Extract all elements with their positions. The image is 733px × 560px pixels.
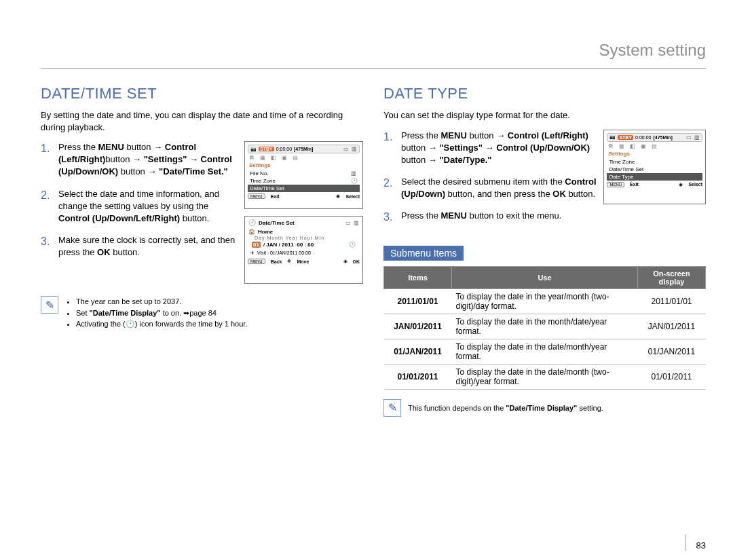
shot1-time: 0:00:00 [276,147,292,151]
table-row: 2011/01/01 To display the date in the ye… [384,288,706,314]
shot2-labels: Day Month Year Hour Min [255,236,353,240]
table-row: JAN/01/2011 To display the date in the m… [384,314,706,339]
left-intro: By setting the date and time, you can di… [41,109,363,133]
card-icon: ▭ [686,134,692,141]
right-step-2: Select the desired submenu item with the… [401,176,597,200]
right-step-3: Press the MENU button to exit the menu. [401,210,597,222]
left-steps: Press the MENU button → Control (Left/Ri… [41,141,238,269]
menu-tag: MENU [607,182,624,187]
page-rule [685,534,685,550]
menu-tag: MENU [248,259,265,264]
note-2: Set "Date/Time Display" to on. ➥page 84 [76,307,247,319]
stby-badge: STBY [618,135,633,140]
dst-icon: 🕐 [349,242,356,248]
right-step-1: Press the MENU button → Control (Left/Ri… [401,130,591,167]
move-label: Move [297,259,309,264]
select-label: Select [688,182,702,187]
exit-label: Exit [630,182,639,187]
stby-badge: STBY [259,147,274,151]
battery-icon: ▥ [694,134,700,141]
clock-small-icon: 🕐 [126,320,135,328]
select-label: Select [345,194,360,199]
ok-label: OK [353,259,360,264]
clock-icon: 🕓 [248,219,256,226]
heading-date-type: DATE TYPE [383,85,706,102]
shotR-time: 0:00:00 [635,135,651,140]
right-steps: Press the MENU button → Control (Left/Ri… [383,130,597,232]
left-notes: The year can be set up to 2037. Set "Dat… [65,296,247,330]
shotR-min: [475Min] [653,135,672,140]
left-step-2: Select the date and time information, an… [58,188,238,225]
screenshot-settings-menu: 📷 STBY 0:00:00 [475Min] ▭▥ 🛠▦◧▣▤ Setting… [244,141,363,209]
exit-label: Exit [271,194,280,199]
move-icon: ✥ [287,259,291,264]
shotR-header: Settings [608,151,701,157]
home-icon: 🏠 [248,229,255,235]
note-icon: ✎ [41,296,58,314]
left-column: DATE/TIME SET By setting the date and ti… [41,85,363,417]
battery-icon: ▥ [354,220,359,226]
menu-item-timezone: Time Zone🕐 [248,177,360,185]
screenshot-datetype-menu: 📷 STBY 0:00:00 [475Min] ▭▥ 🛠▦◧▣▤ Setting… [603,130,706,204]
page-number: 83 [696,540,706,550]
shot1-header: Settings [249,162,358,168]
right-column: DATE TYPE You can set the display type f… [383,85,706,417]
note-1: The year can be set up to 2037. [76,296,247,307]
table-row: 01/01/2011 To display the date in the da… [384,364,706,389]
th-items: Items [384,266,452,288]
right-intro: You can set the display type format for … [383,109,706,122]
shot2-visit: Visit : 01/JAN/2011 00:00 [257,250,311,256]
card-icon: ▭ [343,146,349,152]
submenu-table: Items Use On-screen display 2011/01/01 T… [383,266,706,390]
dot-icon: ◉ [336,193,340,199]
menu-item-datetype: Date Type [607,173,702,181]
camera-icon: 📷 [609,134,616,140]
menu-item-datetimeset: Date/Time Set [607,166,702,173]
page-title: System setting [599,41,706,60]
header-divider [41,68,706,69]
note-icon: ✎ [383,399,401,417]
note-3: Activating the (🕐) icon forwards the tim… [76,318,247,330]
menu-item-timezone: Time Zone [607,158,702,166]
camera-icon: 📷 [250,147,257,152]
plane-icon: ✈ [250,250,255,256]
th-use: Use [452,266,638,288]
left-step-3: Make sure the clock is correctly set, an… [58,234,238,259]
menu-item-datetimeset: Date/Time Set [248,185,360,192]
card-icon: ▭ [345,220,351,226]
tool-icon: 🛠 [249,155,255,161]
back-label: Back [271,259,282,264]
left-step-1: Press the MENU button → Control (Left/Ri… [58,141,238,179]
shot1-min: [475Min] [294,147,313,151]
screenshot-datetime-set: 🕓 Date/Time Set ▭▥ 🏠Home Day Month Year … [244,216,363,284]
menu-item-fileno: File No.▥ [248,170,360,177]
battery-icon: ▥ [352,146,357,152]
tool-icon: 🛠 [608,143,614,149]
heading-datetime-set: DATE/TIME SET [41,85,363,102]
menu-tag: MENU [248,193,265,199]
right-note: This function depends on the "Date/Time … [408,404,603,412]
table-row: 01/JAN/2011 To display the date in the d… [384,339,706,364]
shot2-title: Date/Time Set [259,220,295,226]
submenu-heading: Submenu Items [383,246,464,261]
th-display: On-screen display [638,266,706,288]
